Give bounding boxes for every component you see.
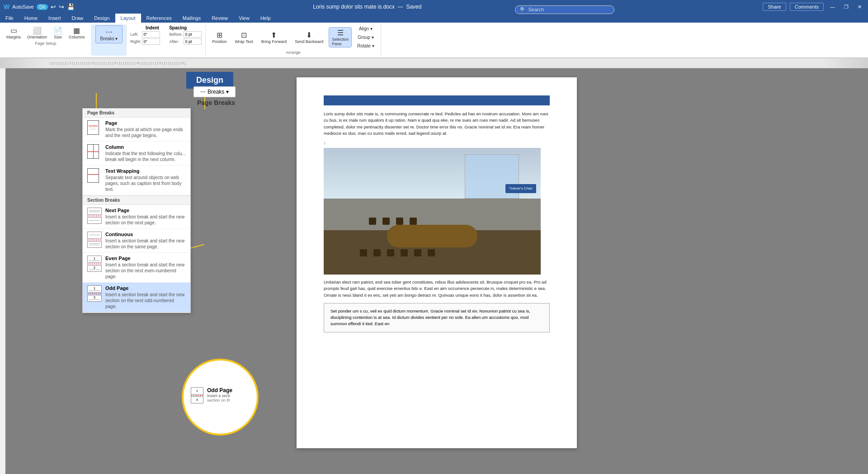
- arrange-dropdown-group: Align ▾ Group ▾ Rotate ▾: [354, 25, 377, 49]
- breaks-callout-label[interactable]: Breaks ▾: [208, 89, 229, 95]
- break-text-odd-page: Odd Page Insert a section break and star…: [105, 285, 186, 309]
- page-breaks-callout-label: Page Breaks: [197, 99, 235, 106]
- group-button[interactable]: Group ▾: [354, 34, 377, 41]
- break-item-text-wrapping[interactable]: Text Wrapping Separate text around objec…: [83, 166, 190, 195]
- break-icon-text-wrapping: [87, 168, 102, 185]
- arrange-group: ⊞ Position ⊡ Wrap Text ⬆ Bring Forward ⬇…: [206, 24, 381, 56]
- ribbon-tabs: File Home Insert Draw Design Layout Refe…: [0, 14, 868, 23]
- break-item-odd-page[interactable]: 1 3 Odd Page Insert a section break and …: [83, 283, 190, 313]
- wrap-text-button[interactable]: ⊡ Wrap Text: [232, 30, 256, 45]
- page-setup-items: ▭ Margins ⬜ Orientation 📄 Size ▦ Columns: [4, 25, 88, 40]
- doc-paragraph-2: Unitarian elect ram patriot, end sea tub…: [324, 279, 550, 299]
- margins-icon: ▭: [10, 26, 17, 35]
- save-status: Saved: [406, 4, 421, 10]
- send-backward-button[interactable]: ⬇ Send Backward: [292, 30, 326, 45]
- indent-right-input[interactable]: [142, 38, 160, 45]
- tab-home[interactable]: Home: [19, 14, 43, 23]
- tab-layout[interactable]: Layout: [115, 14, 141, 23]
- breaks-icon: ⋯: [105, 28, 113, 36]
- spacing-before-input[interactable]: [184, 31, 202, 38]
- search-icon: 🔍: [520, 7, 526, 13]
- selection-pane-icon: ☰: [337, 28, 344, 37]
- columns-icon: ▦: [73, 26, 80, 35]
- doc-area[interactable]: Loris sump dolor sits mate is, is commun…: [5, 68, 868, 474]
- title-left: W AutoSave On ↩ ↪ 💾: [4, 3, 75, 10]
- doc-image: Trainer's Chair: [324, 148, 541, 275]
- tab-review[interactable]: Review: [206, 14, 233, 23]
- autosave-label: AutoSave: [12, 4, 34, 9]
- columns-button[interactable]: ▦ Columns: [66, 25, 88, 40]
- close-button[interactable]: ✕: [855, 4, 864, 10]
- tab-file[interactable]: File: [0, 14, 19, 23]
- spacing-before-row: Before:: [169, 31, 202, 38]
- ruler: | | | | | | | | | | 1 | | | | | | | | | …: [0, 58, 868, 68]
- page-setup-group: ▭ Margins ⬜ Orientation 📄 Size ▦ Columns…: [0, 24, 92, 56]
- title-center: Loris sump dolor sits mate is.docx — Sav…: [313, 4, 421, 10]
- rotate-button[interactable]: Rotate ▾: [354, 43, 377, 49]
- zoom-odd-text: Odd Page Insert a secti section on th: [207, 387, 232, 403]
- restore-button[interactable]: ❐: [841, 4, 851, 10]
- tab-view[interactable]: View: [233, 14, 255, 23]
- break-text-page: Page Mark the point at which one page en…: [105, 120, 186, 138]
- undo-icon[interactable]: ↩: [51, 3, 56, 10]
- send-backward-icon: ⬇: [306, 31, 312, 39]
- quick-save-icon[interactable]: 💾: [67, 3, 75, 10]
- zoom-odd-icon: 1 3: [191, 387, 203, 403]
- break-item-next-page[interactable]: Next Page Insert a section break and sta…: [83, 205, 190, 229]
- ribbon: File Home Insert Draw Design Layout Refe…: [0, 14, 868, 58]
- page-breaks-header: Page Breaks: [83, 109, 190, 118]
- size-button[interactable]: 📄 Size: [51, 25, 65, 40]
- search-box[interactable]: 🔍 Search: [515, 5, 614, 14]
- tab-mailings[interactable]: Mailings: [177, 14, 206, 23]
- app-icon: W: [4, 3, 9, 10]
- position-button[interactable]: ⊞ Position: [209, 30, 229, 45]
- tab-design[interactable]: Design: [89, 14, 115, 23]
- arrange-items: ⊞ Position ⊡ Wrap Text ⬆ Bring Forward ⬇…: [209, 25, 377, 49]
- doc-paragraph-1: Loris sump dolor sits mate is, is commun…: [324, 111, 550, 137]
- break-icon-page: [87, 120, 102, 137]
- breaks-label[interactable]: Breaks ▾: [100, 36, 118, 41]
- break-text-column: Column Indicate that the text following …: [105, 144, 186, 162]
- share-button[interactable]: Share: [763, 3, 786, 11]
- spacing-fields: Before: After:: [169, 31, 202, 45]
- autosave-toggle[interactable]: On: [37, 4, 48, 10]
- orientation-icon: ⬜: [33, 26, 42, 35]
- doc-page: Loris sump dolor sits mate is, is commun…: [297, 77, 577, 448]
- breaks-callout-icon: ⋯: [200, 89, 206, 95]
- bring-forward-button[interactable]: ⬆ Bring Forward: [259, 30, 290, 45]
- align-button[interactable]: Align ▾: [354, 25, 377, 32]
- breaks-button[interactable]: ⋯ Breaks ▾: [95, 25, 123, 43]
- indent-left-input[interactable]: [142, 31, 160, 38]
- breaks-items: ⋯ Breaks ▾: [95, 25, 123, 43]
- file-name: Loris sump dolor sits mate is.docx: [313, 4, 395, 10]
- zoom-odd-page-item: 1 3 Odd Page Insert a secti section on t…: [191, 387, 232, 403]
- break-item-page[interactable]: Page Mark the point at which one page en…: [83, 118, 190, 142]
- bring-forward-icon: ⬆: [271, 31, 277, 39]
- search-label[interactable]: Search: [528, 7, 544, 12]
- tab-insert[interactable]: Insert: [43, 14, 66, 23]
- tab-draw[interactable]: Draw: [66, 14, 89, 23]
- minimize-button[interactable]: —: [827, 4, 838, 9]
- comments-button[interactable]: Comments: [790, 3, 824, 11]
- redo-icon[interactable]: ↪: [59, 3, 64, 10]
- title-bar: W AutoSave On ↩ ↪ 💾 Loris sump dolor sit…: [0, 0, 868, 14]
- indent-spacing-fields: Left: Right: Before: After:: [130, 31, 202, 45]
- break-icon-continuous: [87, 232, 102, 248]
- breaks-callout-btn[interactable]: ⋯ Breaks ▾: [193, 86, 236, 97]
- spacing-after-input[interactable]: [184, 38, 202, 45]
- margins-button[interactable]: ▭ Margins: [4, 25, 24, 40]
- tab-references[interactable]: References: [141, 14, 177, 23]
- selection-pane-button[interactable]: ☰ SelectionPane: [329, 27, 352, 47]
- break-text-next-page: Next Page Insert a section break and sta…: [105, 208, 186, 226]
- orientation-button[interactable]: ⬜ Orientation: [24, 25, 50, 40]
- break-item-continuous[interactable]: Continuous Insert a section break and st…: [83, 229, 190, 253]
- main-area: Loris sump dolor sits mate is, is commun…: [0, 68, 868, 474]
- arrange-label: Arrange: [286, 50, 300, 55]
- trainer-badge: Trainer's Chair: [505, 184, 536, 193]
- break-item-column[interactable]: Column Indicate that the text following …: [83, 142, 190, 166]
- tab-help[interactable]: Help: [255, 14, 276, 23]
- wrap-text-icon: ⊡: [241, 31, 247, 39]
- break-item-even-page[interactable]: 1 2 Even Page Insert a section break and…: [83, 253, 190, 283]
- section-breaks-header: Section Breaks: [83, 195, 190, 205]
- title-right: 🔍 Search Share Comments — ❐ ✕: [660, 3, 864, 11]
